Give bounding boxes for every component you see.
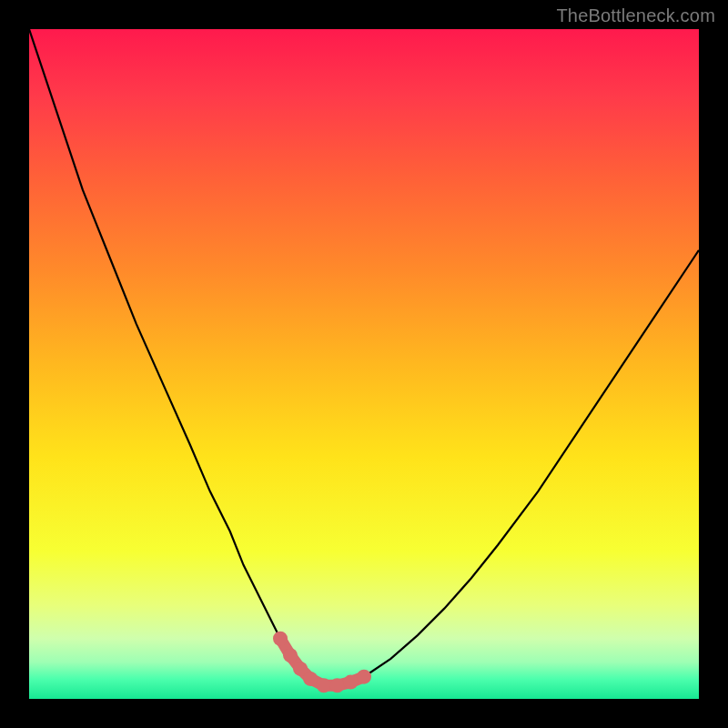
chart-frame: TheBottleneck.com — [0, 0, 728, 728]
optimal-marker-dot — [357, 670, 371, 684]
bottleneck-chart — [29, 29, 699, 699]
gradient-background — [29, 29, 699, 699]
optimal-marker-dot — [317, 678, 331, 693]
optimal-marker-dot — [330, 678, 345, 693]
optimal-marker-dot — [283, 648, 298, 662]
plot-area — [29, 29, 699, 699]
optimal-marker-dot — [303, 672, 318, 686]
watermark-text: TheBottleneck.com — [556, 5, 715, 26]
optimal-marker-dot — [343, 675, 358, 690]
optimal-marker-dot — [273, 632, 288, 646]
